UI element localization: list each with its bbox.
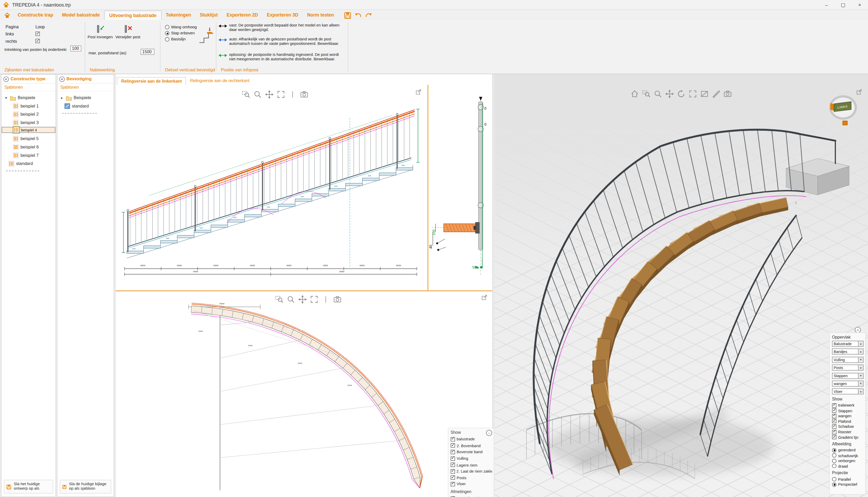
view-navigation-widget[interactable]: LINKS <box>828 95 859 124</box>
section-plane-icon[interactable] <box>700 90 709 98</box>
measure-icon[interactable] <box>712 90 720 98</box>
check-vulling[interactable]: Vulling <box>451 455 492 462</box>
tree-item-beispiel-1[interactable]: beispiel 1 <box>2 102 55 110</box>
zoom-icon[interactable] <box>287 295 295 304</box>
redo-button[interactable] <box>365 11 373 19</box>
stap-erboven-radio[interactable] <box>165 31 169 36</box>
tab-norm-testen[interactable]: Norm testen <box>303 11 338 20</box>
zoom-icon[interactable] <box>654 90 662 98</box>
tree-folder-beispiele[interactable]: ▸ Beispiele <box>58 94 114 102</box>
window-minimize-button[interactable]: – <box>818 0 835 10</box>
zoom-icon[interactable] <box>253 90 262 99</box>
tab-stuklijst[interactable]: Stuklijst <box>195 11 222 20</box>
check-rooster[interactable]: Rooster <box>832 429 864 434</box>
check-stappen[interactable]: Stappen <box>832 408 864 413</box>
surface-select-balustrade[interactable]: Balustrade▾ <box>832 341 864 347</box>
maximize-viewport-icon[interactable] <box>415 89 422 95</box>
orbit-icon[interactable] <box>677 90 685 98</box>
check-schaduw[interactable]: Schaduw <box>832 424 864 429</box>
maximize-viewport-icon[interactable] <box>856 89 863 95</box>
rechts-checkbox[interactable] <box>35 39 40 43</box>
tree-item-beispiel-5[interactable]: beispiel 5 <box>2 135 55 143</box>
zoom-window-icon[interactable] <box>275 295 283 304</box>
post-invoegen-button[interactable]: Post invoegen <box>88 24 113 40</box>
fit-view-icon[interactable] <box>689 90 697 98</box>
surface-select-wangen[interactable]: wangen▾ <box>832 381 864 387</box>
check-posts[interactable]: Posts <box>451 474 492 481</box>
pan-icon[interactable] <box>265 90 274 99</box>
radio-schaduwrijk[interactable]: schaduwrijk <box>832 453 864 458</box>
tree-item-beispiel-2[interactable]: beispiel 2 <box>2 110 55 118</box>
radio-draad[interactable]: draad <box>832 464 864 469</box>
radio-gerenderd[interactable]: gerenderd <box>832 448 864 453</box>
zoom-window-icon[interactable] <box>642 90 650 98</box>
max-postafstand-input[interactable] <box>141 49 155 55</box>
viewport-3d[interactable]: LINKS » Oppervlak Balustrade▾ Bandjes▾ V… <box>494 74 868 497</box>
fit-view-icon[interactable] <box>277 90 285 99</box>
tab-constructie-trap[interactable]: Constructie trap <box>13 11 58 20</box>
tab-exporteren-2d[interactable]: Exporteren 2D <box>222 11 263 20</box>
undo-button[interactable] <box>354 11 362 19</box>
check-plafond[interactable]: Plafond <box>832 418 864 424</box>
radio-perspectief[interactable]: Perspectief <box>832 482 864 487</box>
zoom-window-icon[interactable] <box>242 90 250 99</box>
collapse-panel-icon[interactable]: » <box>855 327 860 333</box>
basislijn-radio[interactable] <box>165 37 169 42</box>
coordinate-axes-icon[interactable] <box>842 120 848 125</box>
collapse-left-icon[interactable]: « <box>3 76 9 82</box>
tree-item-standard[interactable]: standard <box>58 102 114 110</box>
radio-parallel[interactable]: Parallel <box>832 477 864 482</box>
surface-select-vloer[interactable]: Vloer▾ <box>832 388 864 395</box>
collapse-left-icon[interactable]: « <box>59 76 65 82</box>
check-traliewerk[interactable]: traliewerk <box>832 402 864 408</box>
wang-omhoog-radio[interactable] <box>165 25 169 29</box>
surface-select-bandjes[interactable]: Bandjes▾ <box>832 349 864 355</box>
check-2-bovenband[interactable]: 2. Bovenband <box>451 442 492 449</box>
surface-select-posts[interactable]: Posts▾ <box>832 365 864 371</box>
verwijder-post-button[interactable]: Verwijder post <box>115 24 141 40</box>
check-post-afstand[interactable]: Post-afstand <box>451 495 492 497</box>
home-view-icon[interactable] <box>631 90 639 98</box>
check-vloer[interactable]: Vloer <box>451 481 492 487</box>
snapshot-icon[interactable] <box>724 90 732 98</box>
tree-item-beispiel-7[interactable]: beispiel 7 <box>2 151 55 160</box>
tab-exporteren-3d[interactable]: Exporteren 3D <box>262 11 303 20</box>
tab-uitvoering-balustrade[interactable]: Uitvoering balustrade <box>104 11 161 20</box>
tab-reling-rechterkant[interactable]: Relingversie aan de rechterkant <box>186 77 253 85</box>
save-button[interactable] <box>344 11 352 19</box>
plan-viewport[interactable] <box>116 292 492 497</box>
collapse-panel-icon[interactable]: › <box>486 430 492 436</box>
window-close-button[interactable]: × <box>852 0 868 10</box>
tree-item-beispiel-4-selected[interactable]: beispiel 4 <box>2 127 55 133</box>
maximize-viewport-icon[interactable] <box>481 294 488 301</box>
tab-model-balustrade[interactable]: Model balustrade <box>58 11 104 20</box>
check-wangen[interactable]: wangen <box>832 413 864 418</box>
links-checkbox[interactable] <box>35 31 40 36</box>
check-balustrade[interactable]: balustrade <box>451 436 492 442</box>
save-design-as-template-button[interactable]: Sla het huidige ontwerp op als <box>4 480 53 494</box>
pan-icon[interactable] <box>665 90 674 98</box>
twisty-closed-icon[interactable]: ▸ <box>60 96 64 100</box>
check-bovenste-band[interactable]: Bovenste band <box>451 449 492 455</box>
snapshot-icon[interactable] <box>300 90 308 99</box>
fit-view-icon[interactable] <box>310 295 319 304</box>
post-detail-viewport[interactable]: 0 0 100 40 50 <box>428 85 492 290</box>
radio-verborgen[interactable]: verborgen <box>832 458 864 464</box>
tab-tekeningen[interactable]: Tekeningen <box>161 11 195 20</box>
snapshot-icon[interactable] <box>333 295 342 304</box>
intrekking-input[interactable] <box>70 45 81 52</box>
check-gradient-lijn[interactable]: Gradiënt lijn <box>832 435 864 440</box>
check-laat-de-riem-zakker[interactable]: 2. Laat de riem zakker <box>451 468 492 474</box>
tree-item-beispiel-6[interactable]: beispiel 6 <box>2 143 55 152</box>
tree-item-beispiel-3[interactable]: beispiel 3 <box>2 118 55 127</box>
tree-item-standard[interactable]: standard <box>2 160 55 168</box>
surface-select-stappen[interactable]: Stappen▾ <box>832 373 864 379</box>
check-lagere-riem[interactable]: Lagere riem <box>451 462 492 468</box>
twisty-open-icon[interactable]: ▾ <box>4 96 9 100</box>
pan-icon[interactable] <box>298 295 307 304</box>
save-attachment-as-template-button[interactable]: Sla de huidige bijlage op als sjabloon <box>60 480 111 494</box>
tree-folder-beispiele[interactable]: ▾ Beispiele <box>2 94 55 102</box>
surface-select-vulling[interactable]: Vulling▾ <box>832 357 864 363</box>
elevation-viewport[interactable] <box>116 85 427 290</box>
window-maximize-button[interactable]: ▢ <box>835 0 851 10</box>
